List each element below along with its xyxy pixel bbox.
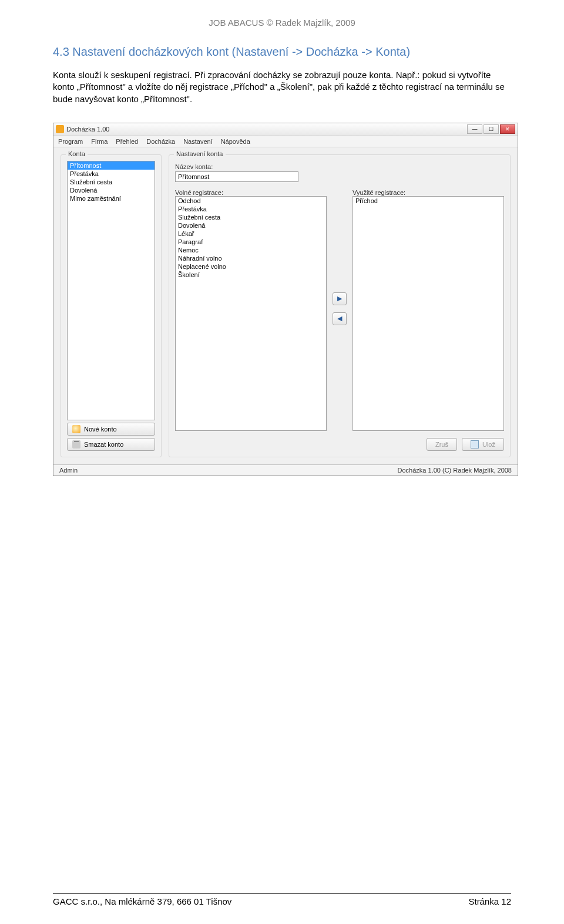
close-button[interactable]: ✕: [500, 124, 515, 134]
nastaveni-group: Nastavení konta Název konta: Volné regis…: [169, 154, 511, 457]
new-konto-label: Nové konto: [84, 426, 117, 433]
section-title: 4.3 Nastavení docházkových kont (Nastave…: [53, 45, 511, 59]
arrow-column: ▶ ◀: [333, 187, 347, 431]
list-item[interactable]: Přestávka: [176, 205, 326, 213]
used-reg-label: Využité registrace:: [352, 189, 504, 196]
list-item[interactable]: Nemoc: [176, 246, 326, 254]
list-item[interactable]: Přestávka: [68, 170, 155, 178]
maximize-button[interactable]: ☐: [484, 124, 499, 134]
menu-program[interactable]: Program: [58, 138, 83, 145]
menu-napoveda[interactable]: Nápověda: [221, 138, 250, 145]
save-icon: [471, 440, 479, 448]
menu-prehled[interactable]: Přehled: [116, 138, 138, 145]
doc-header: JOB ABACUS © Radek Majzlík, 2009: [53, 18, 511, 28]
list-item[interactable]: Odchod: [176, 197, 326, 205]
list-item[interactable]: Přítomnost: [68, 161, 155, 170]
list-item[interactable]: Náhradní volno: [176, 254, 326, 262]
list-item[interactable]: Školení: [176, 271, 326, 279]
list-item[interactable]: Služební cesta: [68, 178, 155, 186]
cancel-label: Zruš: [435, 441, 448, 448]
trash-icon: [72, 440, 80, 448]
free-reg-label: Volné registrace:: [175, 189, 327, 196]
konta-group: Konta Přítomnost Přestávka Služební cest…: [61, 154, 162, 457]
footer-right: Stránka 12: [468, 896, 511, 906]
name-label: Název konta:: [175, 163, 504, 170]
menu-nastaveni[interactable]: Nastavení: [183, 138, 213, 145]
konta-group-label: Konta: [66, 150, 88, 157]
used-reg-listbox[interactable]: Příchod: [352, 196, 504, 431]
list-item[interactable]: Mimo zaměstnání: [68, 194, 155, 203]
titlebar: Docházka 1.00 — ☐ ✕: [53, 123, 518, 136]
client-area: Konta Přítomnost Přestávka Služební cest…: [53, 147, 518, 464]
list-item[interactable]: Příchod: [353, 197, 503, 205]
status-left: Admin: [59, 467, 78, 474]
list-item[interactable]: Lékař: [176, 230, 326, 238]
list-item[interactable]: Dovolená: [68, 186, 155, 194]
delete-konto-button[interactable]: Smazat konto: [67, 438, 155, 451]
cancel-button[interactable]: Zruš: [427, 438, 457, 451]
menubar: Program Firma Přehled Docházka Nastavení…: [53, 136, 518, 147]
list-item[interactable]: Dovolená: [176, 221, 326, 230]
window-title: Docházka 1.00: [66, 126, 467, 133]
konta-listbox[interactable]: Přítomnost Přestávka Služební cesta Dovo…: [67, 161, 155, 420]
list-item[interactable]: Služební cesta: [176, 213, 326, 221]
menu-firma[interactable]: Firma: [91, 138, 108, 145]
statusbar: Admin Docházka 1.00 (C) Radek Majzlík, 2…: [53, 464, 518, 476]
app-icon: [56, 125, 64, 133]
arrow-right-icon: ▶: [337, 295, 342, 302]
free-reg-listbox[interactable]: Odchod Přestávka Služební cesta Dovolená…: [175, 196, 327, 431]
save-label: Ulož: [482, 441, 495, 448]
move-left-button[interactable]: ◀: [333, 312, 347, 325]
new-icon: [72, 425, 80, 433]
list-item[interactable]: Paragraf: [176, 238, 326, 246]
nastaveni-group-label: Nastavení konta: [174, 150, 226, 157]
window-controls: — ☐ ✕: [467, 124, 515, 134]
list-item[interactable]: Neplacené volno: [176, 262, 326, 271]
app-window: Docházka 1.00 — ☐ ✕ Program Firma Přehle…: [53, 123, 518, 476]
body-paragraph: Konta slouží k seskupení registrací. Při…: [53, 69, 511, 105]
save-button[interactable]: Ulož: [462, 438, 504, 451]
status-right: Docházka 1.00 (C) Radek Majzlík, 2008: [398, 467, 512, 474]
move-right-button[interactable]: ▶: [333, 292, 347, 305]
new-konto-button[interactable]: Nové konto: [67, 423, 155, 436]
arrow-left-icon: ◀: [337, 315, 342, 322]
page-footer: GACC s.r.o., Na mlékárně 379, 666 01 Tiš…: [53, 893, 511, 906]
minimize-button[interactable]: —: [467, 124, 482, 134]
menu-dochazka[interactable]: Docházka: [146, 138, 175, 145]
delete-konto-label: Smazat konto: [84, 441, 123, 448]
name-input[interactable]: [175, 171, 298, 182]
footer-left: GACC s.r.o., Na mlékárně 379, 666 01 Tiš…: [53, 896, 231, 906]
